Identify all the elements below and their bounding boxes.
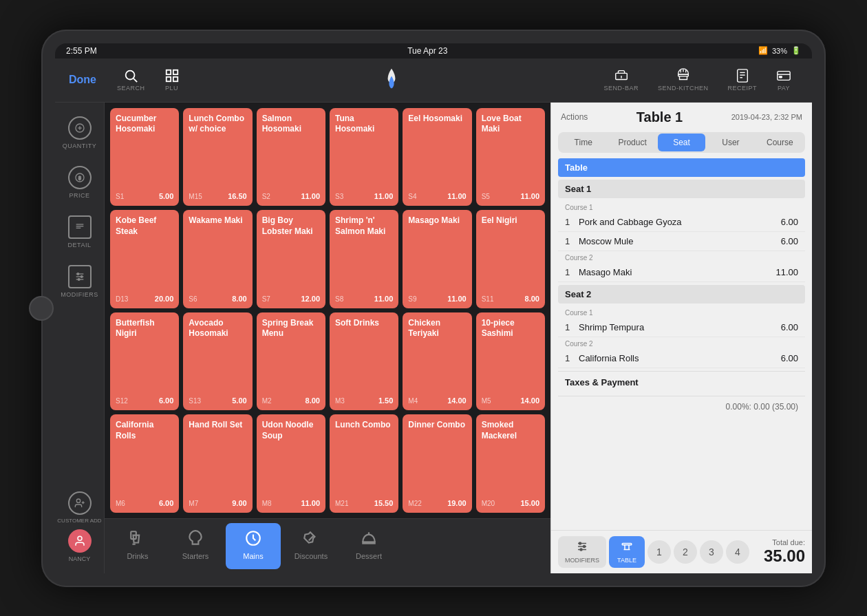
menu-item-code: M7 xyxy=(189,500,198,507)
menu-item[interactable]: Smoked Mackerel M20 15.00 xyxy=(476,414,545,513)
seat-3-btn[interactable]: 3 xyxy=(700,540,723,564)
detail-button[interactable]: DETAIL xyxy=(55,210,104,254)
modifiers-button[interactable]: MODIFIERS xyxy=(55,259,104,304)
seat2-section-header[interactable]: Seat 2 xyxy=(558,285,805,304)
seat2-course2-label: Course 2 xyxy=(558,337,805,349)
menu-item[interactable]: Love Boat Maki S5 11.00 xyxy=(476,108,545,206)
menu-item[interactable]: Butterfish Nigiri S12 6.00 xyxy=(110,312,179,411)
menu-item[interactable]: Masago Maki S9 11.00 xyxy=(403,210,471,308)
menu-item[interactable]: Salmon Hosomaki S2 11.00 xyxy=(257,108,325,206)
menu-item-price: 16.50 xyxy=(228,192,247,200)
svg-rect-11 xyxy=(678,74,688,76)
send-kitchen-toolbar-item[interactable]: SEND-KITCHEN xyxy=(648,65,718,94)
order-item[interactable]: 1 California Rolls 6.00 xyxy=(558,349,805,368)
table-btn[interactable]: TABLE xyxy=(609,536,645,568)
tab-discounts[interactable]: Discounts xyxy=(283,523,339,569)
menu-item[interactable]: Lunch Combo w/ choice M15 16.50 xyxy=(183,108,252,206)
svg-point-31 xyxy=(81,275,83,277)
menu-item[interactable]: Soft Drinks M3 1.50 xyxy=(330,312,398,411)
menu-item[interactable]: Eel Nigiri S11 8.00 xyxy=(476,210,545,308)
tab-drinks[interactable]: Drinks xyxy=(110,523,165,569)
menu-item-price: 11.00 xyxy=(301,192,320,200)
order-item[interactable]: 1 Moscow Mule 6.00 xyxy=(558,232,805,251)
menu-item-price: 6.00 xyxy=(159,396,173,405)
panel-bottom: MODIFIERS TABLE 1 xyxy=(551,530,812,573)
customer-add-button[interactable]: CUSTOMER ADD xyxy=(57,491,101,524)
detail-label: DETAIL xyxy=(68,242,92,248)
panel-header: Actions Table 1 2019-04-23, 2:32 PM xyxy=(551,103,812,129)
toolbar-center xyxy=(189,67,595,92)
menu-item-name: Shrimp 'n' Salmon Maki xyxy=(335,215,393,237)
nancy-button[interactable]: NANCY xyxy=(68,529,92,562)
svg-rect-5 xyxy=(173,77,177,81)
menu-item-code: S11 xyxy=(482,295,494,303)
search-label: SEARCH xyxy=(117,85,145,92)
panel-tab-product[interactable]: Product xyxy=(608,134,656,151)
menu-item-name: Spring Break Menu xyxy=(262,318,320,339)
menu-item-price: 5.00 xyxy=(232,396,246,405)
plu-toolbar-item[interactable]: PLU xyxy=(155,65,189,94)
seat-2-btn[interactable]: 2 xyxy=(674,540,697,564)
panel-tab-course[interactable]: Course xyxy=(756,134,804,151)
pay-toolbar-item[interactable]: PAY xyxy=(767,65,801,94)
svg-rect-2 xyxy=(166,70,170,74)
price-icon: $ xyxy=(68,166,92,189)
menu-item[interactable]: Spring Break Menu M2 8.00 xyxy=(257,312,325,411)
panel-tab-user[interactable]: User xyxy=(707,134,754,151)
panel-title: Table 1 xyxy=(636,109,683,125)
menu-item[interactable]: Avocado Hosomaki S13 5.00 xyxy=(183,312,252,411)
nancy-avatar xyxy=(68,529,92,553)
seat1-section-header[interactable]: Seat 1 xyxy=(558,180,805,198)
menu-item-code: S1 xyxy=(116,193,124,200)
order-item[interactable]: 1 Pork and Cabbage Gyoza 6.00 xyxy=(558,213,805,232)
menu-item[interactable]: Udon Noodle Soup M8 11.00 xyxy=(257,414,325,513)
send-kitchen-label: SEND-KITCHEN xyxy=(658,85,709,92)
menu-item[interactable]: Hand Roll Set M7 9.00 xyxy=(183,414,252,513)
tab-starters[interactable]: Starters xyxy=(168,523,223,569)
main-content: QUANTITY $ PRICE xyxy=(55,103,812,573)
menu-item[interactable]: Tuna Hosomaki S3 11.00 xyxy=(330,108,398,206)
nancy-label: NANCY xyxy=(69,555,91,562)
receipt-toolbar-item[interactable]: RECEIPT xyxy=(718,65,767,94)
menu-item-code: D13 xyxy=(116,295,128,303)
menu-item-price: 6.00 xyxy=(159,499,173,507)
menu-item[interactable]: Dinner Combo M22 19.00 xyxy=(403,414,471,513)
seat-1-btn[interactable]: 1 xyxy=(647,540,671,564)
menu-item-price: 11.00 xyxy=(301,499,320,507)
quantity-button[interactable]: QUANTITY xyxy=(55,111,104,155)
order-item[interactable]: 1 Shrimp Tempura 6.00 xyxy=(558,318,805,337)
menu-item[interactable]: Wakame Maki S6 8.00 xyxy=(183,210,252,308)
menu-item[interactable]: Cucumber Hosomaki S1 5.00 xyxy=(110,108,179,206)
menu-item[interactable]: Chicken Teriyaki M4 14.00 xyxy=(403,312,471,411)
mains-label: Mains xyxy=(243,552,263,560)
svg-rect-4 xyxy=(166,77,170,81)
menu-item-name: Lunch Combo xyxy=(335,420,393,431)
discounts-icon xyxy=(300,527,322,549)
price-button[interactable]: $ PRICE xyxy=(55,160,104,204)
menu-item[interactable]: Big Boy Lobster Maki S7 12.00 xyxy=(257,210,325,308)
svg-point-32 xyxy=(78,278,80,280)
tab-mains[interactable]: Mains xyxy=(226,523,281,569)
panel-tab-seat[interactable]: Seat xyxy=(658,134,705,151)
svg-rect-16 xyxy=(778,72,790,81)
menu-item[interactable]: 10-piece Sashimi M5 14.00 xyxy=(476,312,545,411)
tab-dessert[interactable]: Dessert xyxy=(341,523,396,569)
home-button[interactable] xyxy=(29,296,54,321)
menu-item[interactable]: Kobe Beef Steak D13 20.00 xyxy=(110,210,179,308)
order-item[interactable]: 1 Masago Maki 11.00 xyxy=(558,263,805,282)
menu-item-price: 14.00 xyxy=(520,396,539,405)
search-toolbar-item[interactable]: SEARCH xyxy=(107,65,155,94)
menu-item-price: 8.00 xyxy=(232,295,246,303)
menu-item[interactable]: Shrimp 'n' Salmon Maki S8 11.00 xyxy=(330,210,398,308)
menu-item-price: 11.00 xyxy=(374,192,394,200)
modifiers-btn[interactable]: MODIFIERS xyxy=(558,536,606,568)
seat2-course1-label: Course 1 xyxy=(558,306,805,318)
menu-item[interactable]: Lunch Combo M21 15.50 xyxy=(330,414,398,513)
menu-item[interactable]: Eel Hosomaki S4 11.00 xyxy=(403,108,471,206)
panel-tab-time[interactable]: Time xyxy=(559,134,607,151)
send-bar-toolbar-item[interactable]: SEND-BAR xyxy=(594,65,648,94)
menu-item-price: 19.00 xyxy=(447,499,467,507)
done-button[interactable]: Done xyxy=(66,74,107,86)
seat-4-btn[interactable]: 4 xyxy=(726,540,749,564)
menu-item[interactable]: California Rolls M6 6.00 xyxy=(110,414,179,513)
